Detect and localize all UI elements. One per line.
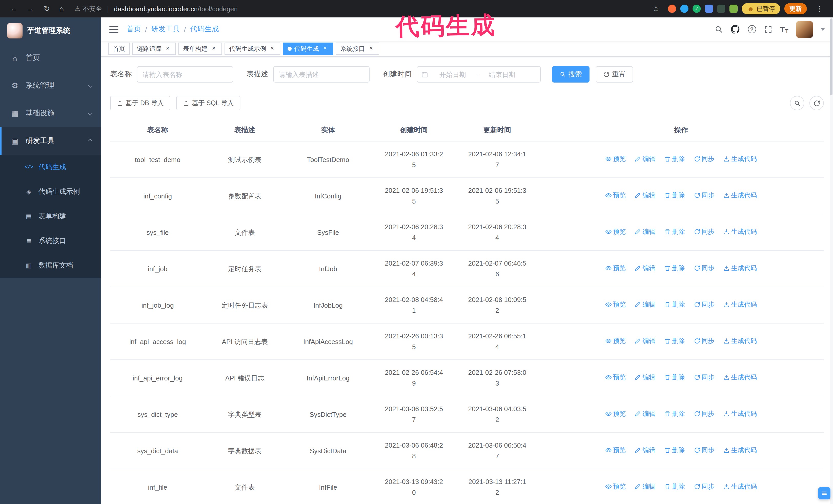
browser-back-icon[interactable]: ← [10, 0, 18, 18]
tab-0[interactable]: 首页 [108, 43, 130, 55]
security-indicator[interactable]: ⚠ 不安全 [75, 4, 102, 13]
extension-icon-2[interactable] [681, 5, 689, 13]
edit-link[interactable]: 编辑 [635, 154, 656, 164]
extension-icon-3[interactable]: ✓ [693, 5, 701, 13]
app-logo[interactable]: 芋道管理系统 [0, 18, 101, 44]
start-date-input[interactable] [430, 71, 475, 78]
create-time-range-picker[interactable]: - [417, 66, 541, 82]
user-avatar[interactable] [796, 21, 813, 38]
tab-3[interactable]: 代码生成示例× [224, 43, 280, 55]
tab-close-icon[interactable]: × [322, 45, 329, 52]
sync-link[interactable]: 同步 [694, 446, 714, 455]
delete-link[interactable]: 删除 [664, 264, 685, 273]
sync-link[interactable]: 同步 [694, 373, 714, 383]
reset-button[interactable]: 重置 [596, 66, 633, 82]
tab-5[interactable]: 系统接口× [336, 43, 379, 55]
tab-close-icon[interactable]: × [210, 45, 217, 52]
sync-link[interactable]: 同步 [694, 482, 714, 492]
edit-link[interactable]: 编辑 [635, 336, 656, 346]
profile-paused-badge[interactable]: ☻ 已暂停 [742, 3, 780, 14]
sync-link[interactable]: 同步 [694, 300, 714, 310]
preview-link[interactable]: 预览 [605, 336, 626, 346]
tab-close-icon[interactable]: × [269, 45, 276, 52]
import-sql-button[interactable]: 基于 SQL 导入 [176, 96, 240, 110]
edit-link[interactable]: 编辑 [635, 373, 656, 383]
browser-reload-icon[interactable]: ↻ [44, 0, 50, 18]
sidebar-item-db-doc[interactable]: ▥ 数据库文档 [0, 253, 101, 278]
generate-code-link[interactable]: 生成代码 [723, 409, 757, 419]
edit-link[interactable]: 编辑 [635, 482, 656, 492]
delete-link[interactable]: 删除 [664, 336, 685, 346]
generate-code-link[interactable]: 生成代码 [723, 300, 757, 310]
import-db-button[interactable]: 基于 DB 导入 [110, 96, 170, 110]
breadcrumb-item-dev-tools[interactable]: 研发工具 [151, 25, 180, 34]
hamburger-icon[interactable] [109, 26, 118, 33]
end-date-input[interactable] [480, 71, 525, 78]
edit-link[interactable]: 编辑 [635, 227, 656, 237]
sidebar-item-codegen-example[interactable]: ◈ 代码生成示例 [0, 179, 101, 204]
address-bar[interactable]: dashboard.yudao.iocoder.cn/tool/codegen [114, 5, 238, 13]
header-search-icon[interactable] [714, 25, 723, 33]
edit-link[interactable]: 编辑 [635, 264, 656, 273]
tab-close-icon[interactable]: × [367, 45, 375, 52]
generate-code-link[interactable]: 生成代码 [723, 373, 757, 383]
extension-icon-5[interactable] [717, 5, 725, 13]
edit-link[interactable]: 编辑 [635, 446, 656, 455]
delete-link[interactable]: 删除 [664, 482, 685, 492]
tab-close-icon[interactable]: × [164, 45, 171, 52]
generate-code-link[interactable]: 生成代码 [723, 446, 757, 455]
generate-code-link[interactable]: 生成代码 [723, 482, 757, 492]
tab-1[interactable]: 链路追踪× [132, 43, 176, 55]
preview-link[interactable]: 预览 [605, 227, 626, 237]
sidebar-item-codegen[interactable]: </> 代码生成 [0, 155, 101, 179]
table-name-input[interactable] [137, 66, 233, 82]
sidebar-item-home[interactable]: ⌂ 首页 [0, 44, 101, 72]
delete-link[interactable]: 删除 [664, 300, 685, 310]
browser-update-button[interactable]: 更新 [784, 3, 807, 14]
preview-link[interactable]: 预览 [605, 482, 626, 492]
sidebar-item-form-builder[interactable]: ▤ 表单构建 [0, 204, 101, 229]
edit-link[interactable]: 编辑 [635, 300, 656, 310]
extension-icon-4[interactable] [705, 5, 713, 13]
tab-2[interactable]: 表单构建× [178, 43, 222, 55]
extension-icon-6[interactable] [730, 5, 738, 13]
preview-link[interactable]: 预览 [605, 300, 626, 310]
font-size-icon[interactable]: TT [780, 25, 788, 33]
refresh-table-button[interactable] [809, 96, 824, 110]
help-icon[interactable]: ? [748, 25, 756, 33]
sidebar-item-system-api[interactable]: ≣ 系统接口 [0, 229, 101, 253]
toggle-search-button[interactable] [790, 96, 804, 110]
table-desc-input[interactable] [273, 66, 370, 82]
sync-link[interactable]: 同步 [694, 154, 714, 164]
preview-link[interactable]: 预览 [605, 154, 626, 164]
browser-home-icon[interactable]: ⌂ [59, 0, 64, 18]
tab-4[interactable]: 代码生成× [283, 43, 333, 55]
scrollbar-thumb[interactable] [830, 19, 832, 95]
edit-link[interactable]: 编辑 [635, 191, 656, 200]
sidebar-item-dev-tools[interactable]: ▣ 研发工具 [0, 127, 101, 155]
breadcrumb-item-home[interactable]: 首页 [127, 25, 141, 34]
generate-code-link[interactable]: 生成代码 [723, 264, 757, 273]
delete-link[interactable]: 删除 [664, 191, 685, 200]
preview-link[interactable]: 预览 [605, 264, 626, 273]
sync-link[interactable]: 同步 [694, 227, 714, 237]
sync-link[interactable]: 同步 [694, 336, 714, 346]
sidebar-item-system-management[interactable]: ⚙ 系统管理 [0, 72, 101, 99]
floating-widget-button[interactable] [818, 487, 830, 499]
sync-link[interactable]: 同步 [694, 264, 714, 273]
generate-code-link[interactable]: 生成代码 [723, 227, 757, 237]
edit-link[interactable]: 编辑 [635, 409, 656, 419]
preview-link[interactable]: 预览 [605, 191, 626, 200]
delete-link[interactable]: 删除 [664, 373, 685, 383]
generate-code-link[interactable]: 生成代码 [723, 154, 757, 164]
fullscreen-icon[interactable] [764, 25, 772, 33]
delete-link[interactable]: 删除 [664, 227, 685, 237]
preview-link[interactable]: 预览 [605, 373, 626, 383]
sync-link[interactable]: 同步 [694, 191, 714, 200]
preview-link[interactable]: 预览 [605, 446, 626, 455]
chevron-down-icon[interactable] [821, 28, 825, 30]
preview-link[interactable]: 预览 [605, 409, 626, 419]
extension-icon-1[interactable] [668, 5, 676, 13]
generate-code-link[interactable]: 生成代码 [723, 336, 757, 346]
browser-menu-icon[interactable]: ⋮ [815, 0, 823, 18]
